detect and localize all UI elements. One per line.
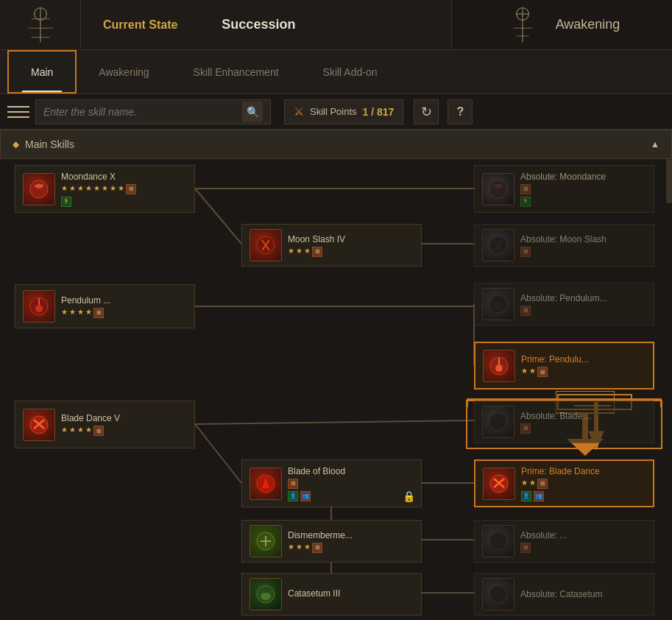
section-header: ◆ Main Skills ▲ bbox=[0, 130, 672, 159]
svg-line-11 bbox=[195, 189, 241, 244]
prime-pendulum-name: Prime: Pendulu... bbox=[521, 354, 646, 364]
blade-of-blood-name: Blade of Blood bbox=[288, 466, 414, 476]
logo-icon bbox=[22, 7, 59, 43]
svg-point-39 bbox=[495, 364, 503, 372]
skill-card-abs-moondance[interactable]: Absolute: Moondance ⊞ 🏃 bbox=[474, 165, 654, 213]
search-button[interactable]: 🔍 bbox=[242, 102, 263, 122]
catasetum-name: Catasetum III bbox=[288, 588, 414, 599]
skill-card-abs-moon-slash[interactable]: Absolute: Moon Slash ⊞ bbox=[474, 224, 654, 267]
skill-card-abs-dismemberment[interactable]: Absolute: ... ⊞ bbox=[474, 520, 654, 563]
tab-succession[interactable]: Succession bbox=[199, 0, 317, 49]
diamond-icon: ◆ bbox=[13, 139, 19, 149]
prime-blade-dance-badges: 👤 👥 bbox=[521, 491, 646, 501]
scrollbar-thumb[interactable] bbox=[666, 159, 672, 203]
moondance-info: Moondance X ★★★★★★★★ ⊞ 🏃 bbox=[61, 172, 187, 207]
expand-badge: ⊞ bbox=[312, 247, 322, 257]
sub-tab-skill-enhancement[interactable]: Skill Enhancement bbox=[171, 50, 301, 94]
search-input[interactable] bbox=[43, 106, 236, 118]
skills-area[interactable]: Moondance X ★★★★★★★★ ⊞ 🏃 Absolute: Moond… bbox=[0, 159, 672, 620]
pendulum-icon bbox=[23, 290, 55, 323]
expand-badge: ⊞ bbox=[520, 306, 531, 316]
skill-card-abs-blade[interactable]: Absolute: Blade ... ⊞ bbox=[474, 401, 654, 443]
svg-point-30 bbox=[489, 180, 507, 198]
moon-slash-stars: ★★★ ⊞ bbox=[288, 247, 414, 257]
skill-card-prime-blade-dance[interactable]: Prime: Blade Dance ★★ ⊞ 👤 👥 bbox=[474, 459, 654, 507]
skill-card-dismemberment[interactable]: Dismemberme... ★★★ ⊞ bbox=[241, 520, 422, 563]
run-badge: 🏃 bbox=[61, 197, 71, 207]
skill-card-abs-catasetum[interactable]: Absolute: Catasetum bbox=[474, 573, 654, 616]
sub-tab-main[interactable]: Main bbox=[7, 50, 77, 94]
abs-moondance-name: Absolute: Moondance bbox=[520, 172, 646, 182]
skill-card-blade-dance[interactable]: Blade Dance V ★★★★ ⊞ bbox=[15, 401, 195, 448]
awakening-section: Awakening bbox=[451, 0, 672, 49]
header: Current State Succession Awakening bbox=[0, 0, 672, 50]
tab-current-state[interactable]: Current State bbox=[81, 0, 199, 49]
moon-slash-name: Moon Slash IV bbox=[288, 234, 414, 244]
svg-point-45 bbox=[489, 413, 507, 431]
awakening-label: Awakening bbox=[556, 17, 620, 32]
skill-points-area: ⚔ Skill Points 1 / 817 bbox=[284, 99, 403, 124]
refresh-button[interactable]: ↻ bbox=[414, 99, 439, 124]
prime-blade-dance-stars: ★★ ⊞ bbox=[521, 479, 646, 489]
dismemberment-name: Dismemberme... bbox=[288, 530, 414, 540]
prime-blade-dance-info: Prime: Blade Dance ★★ ⊞ 👤 👥 bbox=[521, 466, 646, 501]
blade-of-blood-stars: ⊞ bbox=[288, 479, 414, 489]
abs-catasetum-icon bbox=[482, 578, 514, 610]
help-button[interactable]: ? bbox=[448, 99, 473, 124]
abs-moondance-info: Absolute: Moondance ⊞ 🏃 bbox=[520, 172, 646, 207]
logo-area bbox=[0, 0, 81, 49]
moondance-stars: ★★★★★★★★ ⊞ bbox=[61, 184, 187, 194]
prime-pendulum-stars: ★★ ⊞ bbox=[521, 367, 646, 377]
dismemberment-info: Dismemberme... ★★★ ⊞ bbox=[288, 530, 414, 553]
sub-tab-skill-addon[interactable]: Skill Add-on bbox=[301, 50, 400, 94]
abs-catasetum-name: Absolute: Catasetum bbox=[520, 589, 646, 599]
expand-badge: ⊞ bbox=[537, 367, 548, 377]
header-tabs: Current State Succession bbox=[81, 0, 451, 49]
blade-dance-name: Blade Dance V bbox=[61, 413, 187, 423]
collapse-button[interactable]: ▲ bbox=[651, 139, 659, 149]
skill-card-moon-slash[interactable]: Moon Slash IV ★★★ ⊞ bbox=[241, 224, 422, 267]
skill-card-prime-pendulum[interactable]: Prime: Pendulu... ★★ ⊞ bbox=[474, 342, 654, 390]
blade-dance-info: Blade Dance V ★★★★ ⊞ bbox=[61, 413, 187, 436]
scrollbar-track[interactable] bbox=[666, 159, 672, 620]
moon-slash-icon bbox=[250, 229, 282, 261]
blade-of-blood-badges: 👤 👥 bbox=[288, 491, 414, 501]
pendulum-stars: ★★★★ ⊞ bbox=[61, 308, 187, 318]
svg-point-49 bbox=[489, 532, 507, 550]
abs-dismemberment-stars: ⊞ bbox=[520, 543, 646, 553]
svg-point-29 bbox=[30, 180, 48, 198]
dismemberment-stars: ★★★ ⊞ bbox=[288, 543, 414, 553]
expand-badge: ⊞ bbox=[288, 479, 298, 489]
section-title-text: Main Skills bbox=[25, 138, 74, 150]
blade-dance-icon bbox=[23, 409, 55, 441]
svg-point-34 bbox=[35, 305, 43, 312]
skill-points-label: Skill Points bbox=[310, 106, 357, 117]
abs-catasetum-info: Absolute: Catasetum bbox=[520, 589, 646, 599]
abs-pendulum-info: Absolute: Pendulum... ⊞ bbox=[520, 293, 646, 316]
expand-badge: ⊞ bbox=[126, 184, 136, 194]
blade-dance-stars: ★★★★ ⊞ bbox=[61, 426, 187, 436]
abs-dismemberment-icon bbox=[482, 525, 514, 557]
expand-badge: ⊞ bbox=[520, 247, 531, 257]
sub-tab-awakening[interactable]: Awakening bbox=[77, 50, 171, 94]
dismemberment-icon bbox=[250, 525, 282, 557]
abs-moon-slash-icon bbox=[482, 229, 514, 261]
skill-card-blade-of-blood[interactable]: Blade of Blood ⊞ 👤 👥 🔒 bbox=[241, 459, 422, 507]
skill-card-pendulum[interactable]: Pendulum ... ★★★★ ⊞ bbox=[15, 284, 195, 328]
expand-badge: ⊞ bbox=[93, 426, 104, 436]
lock-icon: 🔒 bbox=[403, 490, 415, 502]
skill-card-moondance[interactable]: Moondance X ★★★★★★★★ ⊞ 🏃 bbox=[15, 165, 195, 213]
prime-pendulum-info: Prime: Pendulu... ★★ ⊞ bbox=[521, 354, 646, 377]
skill-card-catasetum[interactable]: Catasetum III bbox=[241, 573, 422, 616]
skill-card-abs-pendulum[interactable]: Absolute: Pendulum... ⊞ bbox=[474, 283, 654, 325]
person2-badge: 👥 bbox=[300, 491, 311, 501]
run-badge: 🏃 bbox=[520, 197, 531, 207]
abs-moon-slash-stars: ⊞ bbox=[520, 247, 646, 257]
menu-icon[interactable] bbox=[7, 101, 29, 123]
abs-moon-slash-info: Absolute: Moon Slash ⊞ bbox=[520, 234, 646, 257]
section-title: ◆ Main Skills bbox=[13, 138, 74, 150]
svg-line-17 bbox=[195, 420, 474, 424]
person2-badge: 👥 bbox=[534, 491, 544, 501]
moondance-icon bbox=[23, 173, 55, 205]
catasetum-info: Catasetum III bbox=[288, 588, 414, 601]
